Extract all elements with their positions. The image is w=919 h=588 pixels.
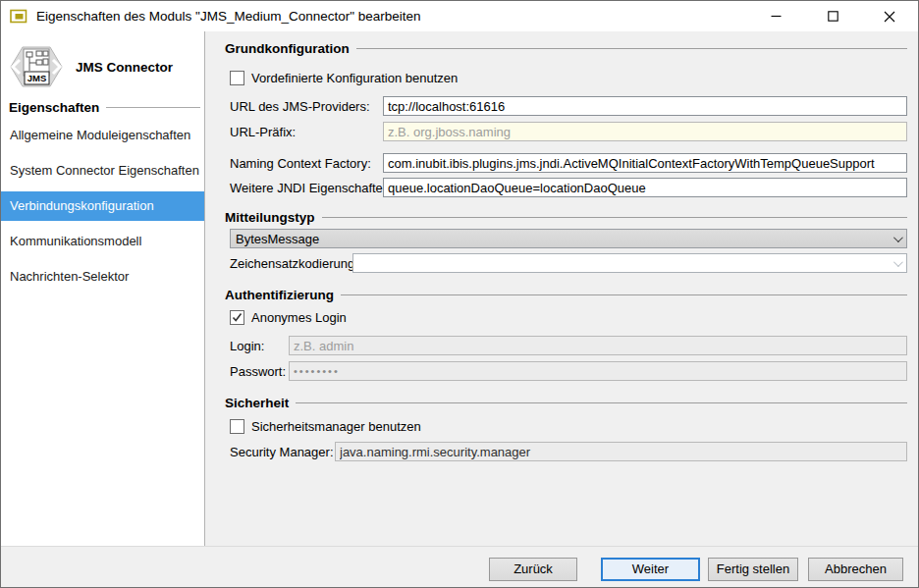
message-type-value: BytesMessage xyxy=(236,232,893,246)
sidebar-item-kommunikationsmodell[interactable]: Kommunikationsmodell xyxy=(1,227,204,256)
close-icon xyxy=(884,11,895,23)
security-manager-checkbox[interactable] xyxy=(230,419,244,434)
naming-context-factory-row: Naming Context Factory: xyxy=(230,153,907,173)
section-title: Authentifizierung xyxy=(225,288,334,302)
passwort-label: Passwort: xyxy=(230,364,289,379)
security-manager-checkbox-row: Sicherheitsmanager benutzen xyxy=(230,418,907,434)
sidebar-item-allgemeine-moduleigenschaften[interactable]: Allgemeine Moduleigenschaften xyxy=(1,121,204,150)
button-bar: Zurück Weiter Fertig stellen Abbrechen xyxy=(1,546,918,587)
security-manager-label: Security Manager: xyxy=(230,445,335,459)
chevron-down-icon xyxy=(893,233,903,242)
maximize-icon xyxy=(828,11,838,22)
security-manager-row: Security Manager: xyxy=(230,442,907,461)
section-grundkonfiguration: Grundkonfiguration xyxy=(225,40,907,57)
sidebar: JMS JMS Connector Eigenschaften Allgemei… xyxy=(1,31,205,546)
divider-line xyxy=(356,48,907,49)
charset-dropdown[interactable] xyxy=(352,253,907,273)
checkbox-label: Vordefinierte Konfiguration benutzen xyxy=(251,71,458,85)
sidebar-item-nachrichten-selektor[interactable]: Nachrichten-Selektor xyxy=(1,262,204,292)
section-sicherheit: Sicherheit xyxy=(225,395,907,411)
section-title: Mitteilungstyp xyxy=(225,210,315,225)
weitere-jndi-label: Weitere JNDI Eigenschaften: xyxy=(230,181,383,195)
predefined-config-checkbox[interactable] xyxy=(230,71,244,85)
jms-connector-icon: JMS xyxy=(8,43,65,90)
window-title: Eigenschaften des Moduls "JMS_Medium_Con… xyxy=(36,9,421,24)
checkbox-label: Sicherheitsmanager benutzen xyxy=(251,419,421,434)
section-mitteilungstyp: Mitteilungstyp xyxy=(225,209,907,226)
divider-line xyxy=(341,294,907,295)
sidebar-section-header: Eigenschaften xyxy=(9,100,200,115)
weitere-jndi-input[interactable] xyxy=(383,178,907,197)
section-title: Sicherheit xyxy=(225,396,289,410)
jms-icon-label: JMS xyxy=(27,73,47,83)
fertig-stellen-button[interactable]: Fertig stellen xyxy=(708,558,798,581)
security-manager-input[interactable] xyxy=(335,442,907,461)
section-authentifizierung: Authentifizierung xyxy=(225,287,907,303)
naming-context-factory-input[interactable] xyxy=(383,153,907,173)
window-controls xyxy=(747,1,918,31)
login-label: Login: xyxy=(230,339,289,353)
chevron-down-icon xyxy=(893,257,903,267)
predefined-config-row: Vordefinierte Konfiguration benutzen xyxy=(230,70,907,85)
charset-label: Zeichensatzkodierung: xyxy=(230,256,352,271)
divider-line xyxy=(106,107,200,108)
sidebar-item-verbindungskonfiguration[interactable]: Verbindungskonfiguration xyxy=(1,191,204,221)
checkmark-icon xyxy=(232,312,243,323)
url-provider-label: URL des JMS-Providers: xyxy=(230,99,383,114)
login-row: Login: xyxy=(230,336,907,355)
sidebar-section-title: Eigenschaften xyxy=(9,100,99,115)
zurueck-button[interactable]: Zurück xyxy=(489,558,577,581)
passwort-input[interactable] xyxy=(289,361,907,381)
divider-line xyxy=(322,217,908,218)
url-praefix-label: URL-Präfix: xyxy=(230,125,383,139)
abbrechen-button[interactable]: Abbrechen xyxy=(808,558,903,581)
form-panel: Grundkonfiguration Vordefinierte Konfigu… xyxy=(205,31,918,546)
message-type-row: BytesMessage xyxy=(230,229,907,248)
maximize-button[interactable] xyxy=(804,1,861,31)
naming-context-factory-label: Naming Context Factory: xyxy=(230,156,383,171)
weiter-button[interactable]: Weiter xyxy=(601,558,700,581)
charset-row: Zeichensatzkodierung: xyxy=(230,253,907,273)
close-button[interactable] xyxy=(861,1,918,31)
module-header: JMS JMS Connector xyxy=(8,43,200,90)
dialog-body: JMS JMS Connector Eigenschaften Allgemei… xyxy=(1,31,918,546)
url-praefix-input[interactable] xyxy=(383,122,907,141)
login-input[interactable] xyxy=(289,336,907,355)
url-provider-input[interactable] xyxy=(383,96,907,116)
sidebar-nav: Allgemeine Moduleigenschaften System Con… xyxy=(1,121,204,292)
checkbox-label: Anonymes Login xyxy=(251,310,347,325)
dialog-window: Eigenschaften des Moduls "JMS_Medium_Con… xyxy=(0,0,919,588)
title-bar[interactable]: Eigenschaften des Moduls "JMS_Medium_Con… xyxy=(1,1,918,31)
sidebar-item-system-connector-eigenschaften[interactable]: System Connector Eigenschaften xyxy=(1,156,204,186)
section-title: Grundkonfiguration xyxy=(225,41,350,56)
minimize-icon xyxy=(771,11,782,22)
message-type-dropdown[interactable]: BytesMessage xyxy=(230,229,907,248)
passwort-row: Passwort: xyxy=(230,361,907,381)
url-praefix-row: URL-Präfix: xyxy=(230,122,907,141)
module-title: JMS Connector xyxy=(76,60,173,75)
anonymous-login-checkbox[interactable] xyxy=(230,310,244,325)
url-provider-row: URL des JMS-Providers: xyxy=(230,96,907,116)
anonymous-login-row: Anonymes Login xyxy=(230,309,907,325)
window-app-icon xyxy=(10,9,27,24)
weitere-jndi-row: Weitere JNDI Eigenschaften: xyxy=(230,178,907,197)
minimize-button[interactable] xyxy=(747,1,804,31)
divider-line xyxy=(296,402,907,403)
